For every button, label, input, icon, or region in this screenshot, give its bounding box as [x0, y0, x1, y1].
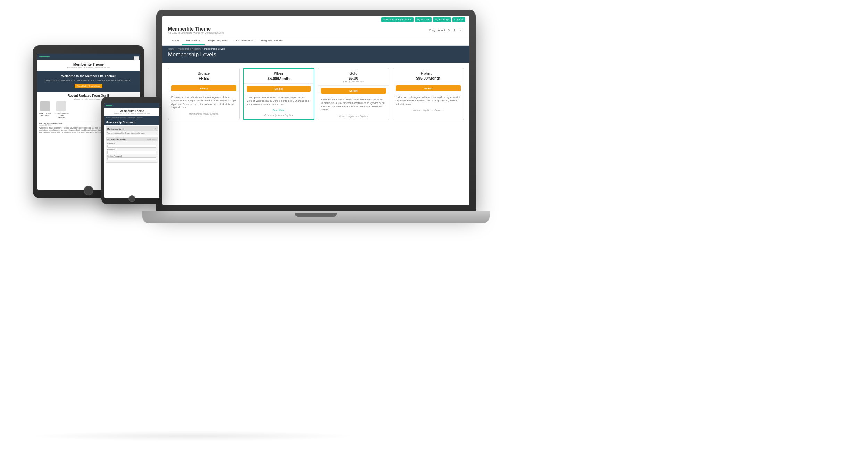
phone-device: Memberlite Theme An Easy to Customize Th…: [101, 97, 162, 204]
phone-logo-area: Memberlite Theme An Easy to Customize Th…: [104, 108, 159, 116]
silver-name: Silver: [247, 72, 311, 76]
phone-logo-sub: An Easy to Customize Theme for Membershi…: [106, 113, 158, 114]
nav-home[interactable]: Home: [168, 36, 182, 45]
phone-account-label: Account Information: [107, 138, 126, 140]
phone-account-section: Account Information already have... User…: [106, 137, 158, 163]
platinum-name: Platinum: [396, 71, 461, 75]
tablet-hero-btn[interactable]: Sign Up for Bronze Now: [75, 84, 102, 88]
phone-password-input[interactable]: [107, 151, 156, 154]
gold-price-sub: then $25.00/Month: [321, 80, 386, 83]
phone-membership-note: You have selected the Bronze membership …: [107, 132, 145, 134]
tablet-hero: Welcome to the Member Lite Theme! Why do…: [37, 71, 140, 92]
phone-password-label: Password: [107, 149, 156, 151]
platinum-select-button[interactable]: Select: [396, 85, 461, 91]
membership-card-silver: Silver $5.00/Month Select Lorem ipsum do…: [243, 68, 315, 120]
site-header: Memberlite Theme An Easy to Customize Th…: [162, 23, 469, 36]
facebook-icon[interactable]: f: [454, 28, 458, 32]
site-logo-subtitle: An Easy to Customize Theme for Membershi…: [168, 32, 224, 34]
tablet-post-1-image: [40, 101, 50, 111]
gold-footer: Membership Never Expires.: [318, 114, 389, 120]
nav-integrated-plugins[interactable]: Integrated Plugins: [257, 36, 286, 45]
silver-read-more[interactable]: Read More: [244, 109, 314, 112]
tablet-topbar: [37, 54, 140, 60]
gold-body: Pellentesque ut tortor sed leo mattis fe…: [318, 96, 389, 114]
gold-name: Gold: [321, 71, 386, 75]
site-nav: Home Membership Page Templates Documenta…: [162, 36, 469, 46]
phone-account-header: Account Information already have...: [106, 137, 158, 141]
tablet-hero-title: Welcome to the Member Lite Theme!: [40, 74, 137, 78]
tablet-logo-sub: An Easy to Customize Theme for Membershi…: [39, 66, 138, 68]
breadcrumb-membership-account[interactable]: Membership Account: [178, 48, 200, 50]
topbar-my-account[interactable]: My Account: [415, 17, 432, 22]
site-topbar: Welcome, strangerstudios My Account My B…: [162, 16, 469, 23]
breadcrumb-home[interactable]: Home: [168, 48, 175, 50]
laptop-body: Welcome, strangerstudios My Account My B…: [156, 10, 476, 211]
nav-documentation[interactable]: Documentation: [232, 36, 257, 45]
silver-select-button[interactable]: Select: [247, 86, 311, 92]
silver-body: Lorem ipsum dolor sit amet, consectetur …: [244, 94, 314, 108]
platinum-footer: Membership Never Expires.: [393, 108, 464, 114]
topbar-welcome: Welcome, strangerstudios: [381, 17, 414, 22]
gold-select-button[interactable]: Select: [321, 88, 386, 94]
laptop-screen: Welcome, strangerstudios My Account My B…: [162, 16, 469, 205]
phone-membership-header: Membership Level ✕: [106, 127, 158, 131]
silver-header: Silver $5.00/Month: [244, 69, 314, 84]
phone-screen: Memberlite Theme An Easy to Customize Th…: [104, 103, 159, 198]
tablet-logo-title: Memberlite Theme: [39, 63, 138, 66]
phone-confirm-input[interactable]: [107, 157, 156, 160]
header-blog-link[interactable]: Blog: [429, 28, 435, 32]
phone-username-input[interactable]: [107, 145, 156, 148]
gold-price: $5.00: [321, 76, 386, 80]
phone-password-row: Password: [107, 149, 156, 154]
site-breadcrumb: Home / Membership Account / Membership L…: [168, 48, 464, 50]
scene: Memberlite Theme An Easy to Customize Th…: [0, 0, 868, 469]
phone-home-button: [128, 195, 135, 202]
laptop-device: Welcome, strangerstudios My Account My B…: [156, 10, 476, 246]
phone-username-row: Username: [107, 142, 156, 148]
phone-checkout-title: Membership Checkout: [104, 120, 159, 125]
phone-breadcrumb: Home / Membership Account / Membership C…: [104, 116, 159, 120]
site-logo-title: Memberlite Theme: [168, 26, 224, 32]
bronze-select-button[interactable]: Select: [171, 85, 236, 91]
tablet-post-2-image: [56, 101, 66, 111]
header-about-link[interactable]: About: [438, 28, 445, 32]
phone-membership-section: Membership Level ✕ You have selected the…: [106, 126, 158, 135]
phone-membership-label: Membership Level: [107, 128, 124, 130]
site-breadcrumb-bar: Home / Membership Account / Membership L…: [162, 46, 469, 63]
phone-camera: [131, 99, 133, 102]
phone-membership-body: You have selected the Bronze membership …: [106, 131, 158, 135]
membership-card-gold: Gold $5.00 then $25.00/Month Select Pell…: [318, 68, 389, 120]
nav-membership[interactable]: Membership: [182, 36, 205, 45]
bronze-price: FREE: [171, 76, 236, 80]
phone-breadcrumb-text: Home / Membership Account / Membership C…: [106, 117, 143, 119]
membership-card-bronze: Bronze FREE Select Proin ac enim mi. Mau…: [168, 68, 240, 120]
topbar-log-out[interactable]: Log Out: [452, 17, 465, 22]
membership-grid: Bronze FREE Select Proin ac enim mi. Mau…: [168, 68, 464, 120]
tablet-logo-area: Memberlite Theme An Easy to Customize Th…: [37, 60, 140, 71]
gold-header: Gold $5.00 then $25.00/Month: [318, 68, 389, 86]
phone-logo-title: Memberlite Theme: [106, 109, 158, 113]
site-logo: Memberlite Theme An Easy to Customize Th…: [168, 26, 224, 34]
platinum-header: Platinum $95.00/Month: [393, 68, 464, 83]
platinum-body: Nullam vel erat magna. Nullam ornare mol…: [393, 93, 464, 108]
circle-icon[interactable]: ○: [460, 28, 464, 32]
nav-page-templates[interactable]: Page Templates: [205, 36, 231, 45]
laptop-notch: [295, 213, 337, 217]
phone-topbar: [104, 103, 159, 108]
silver-price: $5.00/Month: [247, 76, 311, 81]
phone-membership-close[interactable]: ✕: [155, 128, 156, 130]
platinum-price: $95.00/Month: [396, 76, 461, 80]
laptop-base: [142, 211, 490, 223]
bronze-footer: Membership Never Expires.: [168, 111, 239, 117]
phone-account-body: Username Password Confirm Password: [106, 141, 158, 162]
site-content: Bronze FREE Select Proin ac enim mi. Mau…: [162, 63, 469, 125]
bronze-body: Proin ac enim mi. Mauris faucibus a magn…: [168, 93, 239, 111]
website: Welcome, strangerstudios My Account My B…: [162, 16, 469, 205]
phone-confirm-row: Confirm Password: [107, 155, 156, 160]
site-page-title: Membership Levels: [168, 51, 464, 60]
bronze-name: Bronze: [171, 71, 236, 75]
phone-confirm-label: Confirm Password: [107, 155, 156, 157]
topbar-my-bookings[interactable]: My Bookings: [433, 17, 451, 22]
twitter-icon[interactable]: 𝕏: [448, 28, 451, 32]
tablet-home-button: [84, 186, 93, 195]
